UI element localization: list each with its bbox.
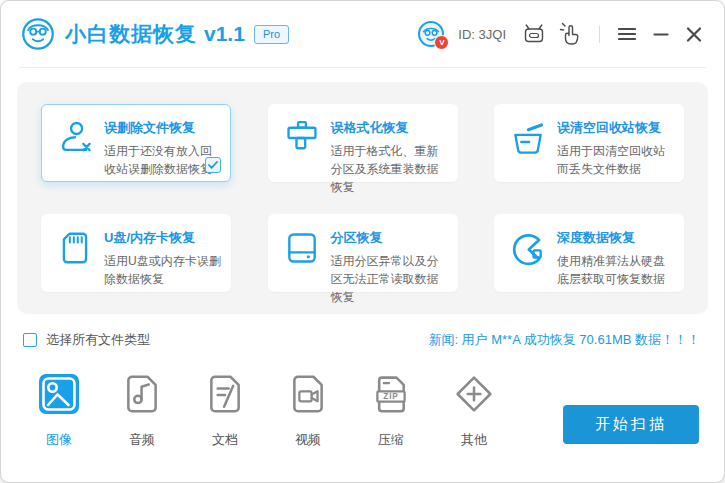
- hard-drive-icon: [283, 229, 321, 273]
- card-format-recovery[interactable]: 误格式化恢复 适用于格式化、重新分区及系统重装数据恢复: [268, 104, 458, 182]
- file-type-label: 音频: [129, 431, 155, 449]
- card-title: 误删除文件恢复: [104, 119, 222, 137]
- file-type-label: 视频: [295, 431, 321, 449]
- file-type-label: 图像: [46, 431, 72, 449]
- user-avatar[interactable]: V: [417, 20, 445, 48]
- file-type-archive[interactable]: ZIP 压缩: [370, 374, 412, 449]
- card-title: 分区恢复: [331, 229, 449, 247]
- file-type-bar: 图像 音频 文档: [38, 374, 699, 449]
- menu-button[interactable]: [616, 25, 638, 43]
- recycle-bin-icon: [509, 119, 547, 163]
- card-deep-recovery[interactable]: 深度数据恢复 使用精准算法从硬盘底层获取可恢复数据: [494, 214, 684, 292]
- app-logo-icon: [21, 17, 55, 51]
- header-separator: [599, 26, 600, 43]
- app-title: 小白数据恢复: [65, 20, 197, 48]
- file-type-label: 文档: [212, 431, 238, 449]
- title-bar: 小白数据恢复 v1.1 Pro V ID: 3JQI: [1, 1, 724, 67]
- card-desc: 适用于格式化、重新分区及系统重装数据恢复: [331, 142, 449, 196]
- minimize-button[interactable]: [651, 25, 671, 43]
- recovery-mode-panel: 误删除文件恢复 适用于还没有放入回收站误删除数据恢复 误格式化恢复 适用于格式化…: [17, 82, 708, 314]
- file-type-image[interactable]: 图像: [38, 374, 80, 449]
- close-button[interactable]: [684, 25, 704, 44]
- zip-icon-text: ZIP: [383, 392, 398, 401]
- card-desc: 适用U盘或内存卡误删除数据恢复: [104, 252, 222, 288]
- card-desc: 适用于因清空回收站而丢失文件数据: [557, 142, 675, 178]
- other-plus-icon: [454, 374, 494, 414]
- card-partition-recovery[interactable]: 分区恢复 适用分区异常以及分区无法正常读取数据恢复: [268, 214, 458, 292]
- robot-icon[interactable]: [522, 22, 546, 46]
- card-deleted-file-recovery[interactable]: 误删除文件恢复 适用于还没有放入回收站误删除数据恢复: [41, 104, 231, 182]
- card-desc: 使用精准算法从硬盘底层获取可恢复数据: [557, 252, 675, 288]
- card-desc: 适用分区异常以及分区无法正常读取数据恢复: [331, 252, 449, 306]
- card-usb-sdcard-recovery[interactable]: U盘/内存卡恢复 适用U盘或内存卡误删除数据恢复: [41, 214, 231, 292]
- file-type-label: 其他: [461, 431, 487, 449]
- card-selected-checkbox[interactable]: [205, 157, 221, 173]
- start-scan-button[interactable]: 开始扫描: [563, 405, 699, 444]
- card-title: U盘/内存卡恢复: [104, 229, 222, 247]
- news-ticker: 新闻: 用户 M**A 成功恢复 70.61MB 数据！！！: [428, 331, 700, 349]
- deep-scan-icon: [509, 229, 547, 273]
- select-all-label: 选择所有文件类型: [46, 331, 150, 349]
- file-type-document[interactable]: 文档: [204, 374, 246, 449]
- card-recycle-bin-recovery[interactable]: 误清空回收站恢复 适用于因清空回收站而丢失文件数据: [494, 104, 684, 182]
- file-type-label: 压缩: [378, 431, 404, 449]
- audio-file-icon: [122, 374, 162, 414]
- filter-row: 选择所有文件类型 新闻: 用户 M**A 成功恢复 70.61MB 数据！！！: [23, 331, 700, 349]
- app-version: v1.1: [204, 22, 245, 46]
- zip-file-icon: ZIP: [371, 374, 411, 414]
- user-x-icon: [56, 119, 94, 163]
- app-window: 小白数据恢复 v1.1 Pro V ID: 3JQI: [0, 0, 725, 483]
- file-type-other[interactable]: 其他: [453, 374, 495, 449]
- pro-badge: Pro: [254, 25, 289, 44]
- format-brush-icon: [283, 119, 321, 163]
- image-icon: [39, 374, 79, 414]
- hand-pointer-icon[interactable]: [559, 22, 583, 46]
- card-title: 深度数据恢复: [557, 229, 675, 247]
- select-all-checkbox[interactable]: [23, 333, 37, 347]
- file-type-video[interactable]: 视频: [287, 374, 329, 449]
- header-divider: [19, 67, 706, 68]
- sd-card-icon: [56, 229, 94, 273]
- video-file-icon: [288, 374, 328, 414]
- vip-badge: V: [434, 35, 449, 50]
- user-id-label: ID: 3JQI: [458, 27, 506, 42]
- file-type-audio[interactable]: 音频: [121, 374, 163, 449]
- document-icon: [205, 374, 245, 414]
- card-title: 误格式化恢复: [331, 119, 449, 137]
- card-title: 误清空回收站恢复: [557, 119, 675, 137]
